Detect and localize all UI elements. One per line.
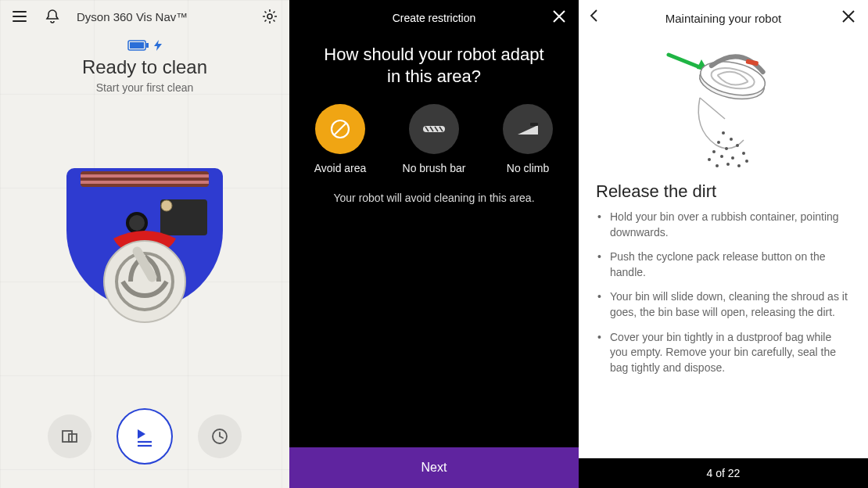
svg-rect-3 <box>146 43 149 48</box>
option-label: No climb <box>507 162 549 174</box>
restriction-helper-text: Your robot will avoid cleaning in this a… <box>289 192 579 204</box>
option-no-brush-bar[interactable]: No brush bar <box>396 104 472 174</box>
svg-point-34 <box>736 144 739 147</box>
close-icon[interactable] <box>840 8 857 25</box>
svg-point-36 <box>712 150 716 153</box>
svg-point-39 <box>731 156 734 160</box>
list-item: Cover your bin tightly in a dustproof ba… <box>596 330 851 376</box>
svg-rect-6 <box>81 181 209 184</box>
svg-rect-2 <box>130 42 144 48</box>
restriction-title: Create restriction <box>393 12 476 24</box>
next-button[interactable]: Next <box>289 447 579 488</box>
brush-icon <box>409 104 459 154</box>
svg-rect-4 <box>81 171 209 187</box>
svg-point-38 <box>720 155 723 158</box>
svg-point-10 <box>161 200 172 211</box>
home-screen: Dyson 360 Vis Nav™ Ready to clean Start … <box>0 0 289 488</box>
svg-point-35 <box>725 147 728 150</box>
list-item: Hold your bin over a rubbish container, … <box>596 210 851 240</box>
start-clean-button[interactable] <box>117 408 173 465</box>
svg-point-42 <box>726 163 730 166</box>
gear-icon[interactable] <box>261 8 278 25</box>
bin-illustration <box>579 39 868 172</box>
device-name-label: Dyson 360 Vis Nav™ <box>77 10 188 23</box>
maintenance-steps: Hold your bin over a rubbish container, … <box>579 206 868 385</box>
restriction-screen: Create restriction How should your robot… <box>289 0 579 488</box>
svg-point-40 <box>708 158 711 161</box>
option-label: Avoid area <box>314 162 367 174</box>
svg-point-44 <box>737 164 741 167</box>
maintenance-title: Maintaining your robot <box>665 12 781 25</box>
maintenance-section-title: Release the dirt <box>579 172 868 206</box>
svg-point-9 <box>129 215 145 231</box>
svg-point-43 <box>716 164 719 167</box>
home-topbar: Dyson 360 Vis Nav™ <box>0 0 289 33</box>
status-title: Ready to clean <box>0 56 289 78</box>
close-icon[interactable] <box>551 8 568 25</box>
restriction-header: Create restriction <box>289 0 579 36</box>
page-indicator: 4 of 22 <box>579 458 868 488</box>
svg-line-20 <box>334 123 346 135</box>
svg-rect-26 <box>530 123 538 126</box>
bell-icon[interactable] <box>44 8 61 25</box>
status-subtitle: Start your first clean <box>0 81 289 94</box>
schedule-button[interactable] <box>198 414 242 458</box>
no-entry-icon <box>315 104 365 154</box>
svg-point-41 <box>745 160 748 163</box>
ramp-icon <box>503 104 553 154</box>
bottom-dock <box>0 399 289 488</box>
svg-point-31 <box>722 131 725 135</box>
svg-point-33 <box>717 141 720 144</box>
svg-rect-15 <box>69 434 77 442</box>
back-icon[interactable] <box>586 8 602 23</box>
menu-icon[interactable] <box>11 8 28 25</box>
option-label: No brush bar <box>403 162 466 174</box>
restriction-question: How should your robot adapt in this area… <box>289 36 579 104</box>
list-item: Your bin will slide down, cleaning the s… <box>596 289 851 320</box>
battery-icon <box>0 39 289 52</box>
map-button[interactable] <box>48 414 91 458</box>
option-no-climb[interactable]: No climb <box>490 104 565 174</box>
svg-point-32 <box>730 138 733 141</box>
option-avoid-area[interactable]: Avoid area <box>303 104 378 174</box>
maintenance-screen: Maintaining your robot <box>579 0 868 488</box>
svg-point-0 <box>267 14 272 19</box>
svg-point-37 <box>742 152 745 155</box>
list-item: Push the cyclone pack release button on … <box>596 249 851 280</box>
next-button-label: Next <box>421 461 447 475</box>
robot-image <box>0 94 289 399</box>
restriction-options: Avoid area No brush bar No climb <box>289 104 579 174</box>
svg-rect-14 <box>63 431 72 442</box>
svg-rect-5 <box>81 174 209 178</box>
page-indicator-label: 4 of 22 <box>707 467 741 479</box>
maintenance-header: Maintaining your robot <box>579 0 868 36</box>
